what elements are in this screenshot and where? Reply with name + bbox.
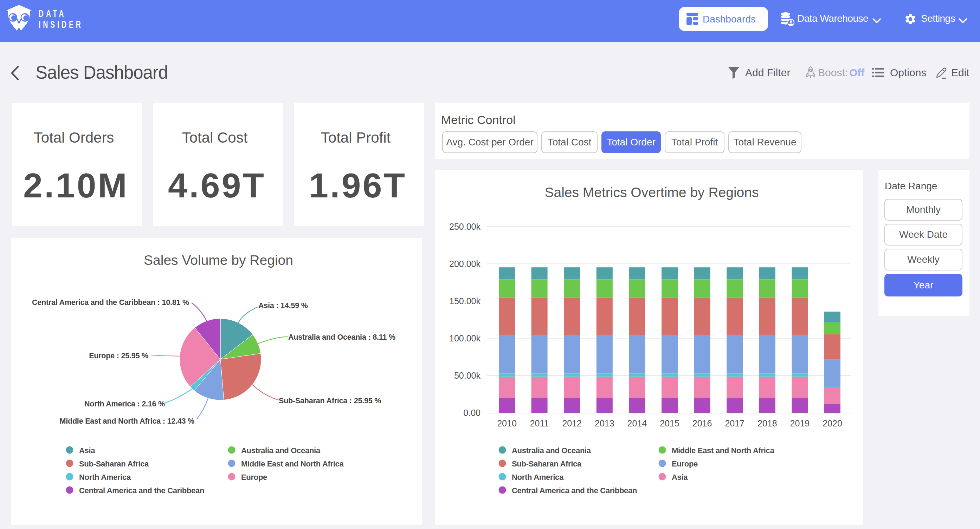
svg-text:Sub-Saharan Africa : 25.95 %: Sub-Saharan Africa : 25.95 % [279,397,381,405]
svg-text:Central America and the Caribb: Central America and the Caribbean : 10.8… [32,298,189,307]
svg-text:Asia: Asia [79,446,95,455]
svg-text:Middle East and North Africa: Middle East and North Africa [241,459,344,468]
svg-text:Middle East and North Africa :: Middle East and North Africa : 12.43 % [60,417,195,426]
svg-text:2017: 2017 [725,418,745,428]
svg-text:2015: 2015 [660,418,679,428]
svg-text:Central America and the Caribb: Central America and the Caribbean [512,486,637,495]
svg-text:100.00k: 100.00k [449,334,480,343]
svg-text:200.00k: 200.00k [449,259,480,269]
svg-text:Sub-Saharan Africa: Sub-Saharan Africa [79,459,149,468]
svg-text:2011: 2011 [530,418,549,428]
svg-text:Australia and Oceania: Australia and Oceania [241,446,321,455]
svg-text:2018: 2018 [757,418,777,428]
svg-text:Asia: Asia [672,473,688,481]
svg-text:50.00k: 50.00k [454,370,481,380]
svg-text:2013: 2013 [595,418,614,428]
svg-text:2019: 2019 [790,418,810,428]
svg-text:North America: North America [512,473,564,481]
svg-text:0.00: 0.00 [463,408,480,418]
svg-text:Australia and Oceania: Australia and Oceania [512,446,591,455]
svg-text:250.00k: 250.00k [449,222,480,232]
svg-text:Europe: Europe [672,459,698,468]
svg-text:Middle East and North Africa: Middle East and North Africa [672,446,775,455]
svg-text:2016: 2016 [692,418,712,428]
svg-text:2012: 2012 [562,418,582,428]
svg-text:North America: North America [79,473,131,481]
svg-text:Australia and Oceania : 8.11 %: Australia and Oceania : 8.11 % [288,333,395,342]
svg-text:Sub-Saharan Africa: Sub-Saharan Africa [512,459,582,468]
svg-text:Asia : 14.59 %: Asia : 14.59 % [258,301,308,310]
svg-text:2014: 2014 [627,418,647,428]
svg-text:2010: 2010 [497,418,517,428]
svg-text:150.00k: 150.00k [449,296,480,306]
svg-text:Central America and the Caribb: Central America and the Caribbean [79,486,204,495]
svg-text:Europe: Europe [241,473,267,481]
svg-text:North America : 2.16 %: North America : 2.16 % [84,400,165,408]
svg-text:2020: 2020 [822,418,842,428]
svg-text:Europe : 25.95 %: Europe : 25.95 % [89,352,148,360]
